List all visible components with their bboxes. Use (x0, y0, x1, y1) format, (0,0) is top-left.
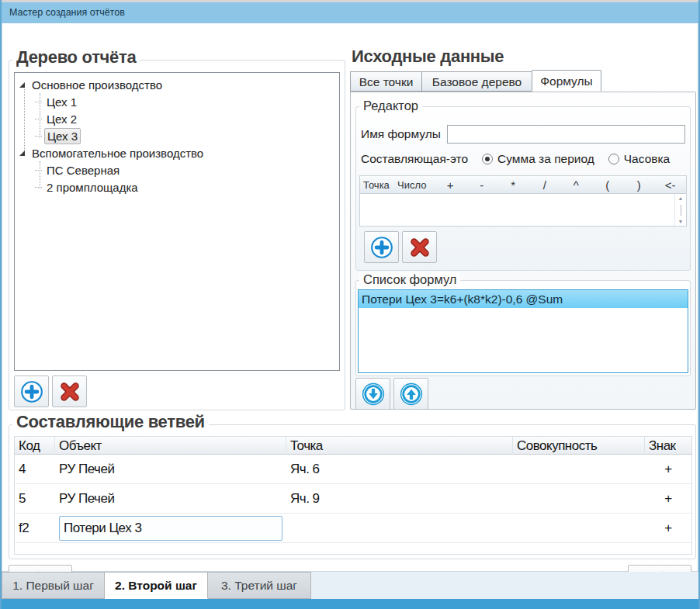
grid-col-plus[interactable]: + (435, 178, 466, 192)
cell-sign: + (645, 462, 691, 477)
table-header-row: Код Объект Точка Совокупность Знак (15, 437, 691, 455)
scroll-down-icon[interactable]: ▼ (678, 219, 684, 224)
col-header-aggregate[interactable]: Совокупность (513, 437, 645, 455)
bottom-bar (2, 599, 698, 609)
report-tree-panel: Дерево отчёта Основное производство Цех … (9, 60, 345, 410)
col-header-object[interactable]: Объект (55, 437, 286, 455)
branch-components-table: Код Объект Точка Совокупность Знак 4 РУ … (14, 436, 692, 555)
source-data-tabs: Все точки Базовое дерево Формулы (350, 70, 601, 92)
formula-list-item[interactable]: Потери Цех 3=k6+(k8*k2)-0,6 @Sum (359, 290, 688, 308)
radio-hourly-label: Часовка (624, 152, 670, 166)
radio-selected-icon (482, 154, 493, 164)
grid-scrollbar[interactable]: ▲ ▼ (674, 194, 686, 226)
radio-sum-period-label: Сумма за период (497, 152, 594, 166)
tab-formulas[interactable]: Формулы (532, 70, 601, 92)
window-title: Мастер создания отчётов (9, 7, 125, 18)
col-header-point[interactable]: Точка (286, 437, 513, 455)
table-row[interactable]: 4 РУ Печей Яч. 6 + (15, 455, 691, 484)
step-tab-3[interactable]: 3. Третий шаг (208, 572, 311, 599)
col-header-sign[interactable]: Знак (645, 437, 691, 455)
grid-col-close-paren[interactable]: ) (623, 178, 655, 192)
formula-list-title: Список формул (359, 272, 460, 287)
cell-code: 5 (15, 491, 55, 507)
tree-item-main-production[interactable]: Основное производство (15, 76, 339, 93)
tree-item-shop2[interactable]: Цех 2 (15, 110, 339, 127)
source-data-title: Исходные данные (352, 47, 504, 67)
cell-sign: + (645, 521, 691, 536)
branch-components-title: Составляющие ветвей (12, 412, 209, 432)
cell-point: Яч. 9 (286, 491, 513, 507)
radio-hourly[interactable]: Часовка (608, 152, 670, 166)
formula-name-label: Имя формулы (361, 127, 441, 141)
grid-col-point[interactable]: Точка (360, 179, 394, 191)
report-tree-title: Дерево отчёта (12, 47, 140, 67)
col-header-code[interactable]: Код (15, 437, 55, 455)
cell-object: РУ Печей (55, 462, 286, 477)
step-tab-1[interactable]: 1. Первый шаг (2, 572, 105, 599)
tree-delete-button[interactable] (52, 375, 87, 407)
radio-sum-period[interactable]: Сумма за период (482, 152, 594, 166)
cell-object-editor[interactable]: Потери Цех 3 (59, 516, 282, 541)
tree-item-promploshchadka[interactable]: 2 промплощадка (15, 178, 339, 196)
tree-item-ps-severnaya[interactable]: ПС Северная (15, 161, 339, 178)
move-down-button[interactable] (355, 378, 390, 410)
content-area: Дерево отчёта Основное производство Цех … (2, 23, 698, 572)
titlebar[interactable]: Мастер создания отчётов (2, 2, 698, 23)
editor-group-title: Редактор (359, 99, 422, 113)
radio-unselected-icon (608, 154, 619, 164)
grid-col-backspace[interactable]: <- (655, 178, 687, 192)
tree-item-shop1[interactable]: Цех 1 (15, 93, 339, 110)
component-type-label: Составляющая-это (361, 152, 468, 166)
tree-item-aux-production[interactable]: Вспомогательное производство (15, 144, 339, 161)
formula-name-input[interactable] (447, 125, 685, 144)
circle-arrow-up-icon (400, 382, 423, 406)
wizard-step-tabs: 1. Первый шаг 2. Второй шаг 3. Третий ша… (2, 572, 698, 599)
cell-code: f2 (15, 521, 55, 536)
expander-icon[interactable] (19, 151, 25, 156)
term-delete-button[interactable] (402, 231, 437, 263)
formula-list[interactable]: Потери Цех 3=k6+(k8*k2)-0,6 @Sum (358, 289, 688, 373)
formula-term-grid[interactable]: ▲ ▼ (359, 194, 687, 227)
grid-col-multiply[interactable]: * (497, 178, 529, 192)
delete-x-icon (57, 379, 82, 404)
term-add-button[interactable] (364, 231, 399, 263)
table-row[interactable]: 5 РУ Печей Яч. 9 + (15, 484, 691, 514)
tab-base-tree[interactable]: Базовое дерево (421, 71, 532, 92)
branch-components-panel: Составляющие ветвей Код Объект Точка Сов… (9, 424, 696, 559)
grid-col-number[interactable]: Число (394, 179, 435, 191)
cell-point: Яч. 6 (286, 462, 513, 477)
plus-circle-icon (369, 235, 394, 260)
tree-item-shop3-selected[interactable]: Цех 3 (15, 127, 339, 144)
formula-grid-header: Точка Число + - * / ^ ( ) <- (359, 175, 687, 194)
scroll-up-icon[interactable]: ▲ (678, 196, 684, 201)
plus-circle-icon (19, 379, 44, 404)
scroll-track (681, 205, 681, 216)
wizard-window: Мастер создания отчётов Дерево отчёта Ос… (0, 0, 700, 609)
delete-x-icon (407, 235, 432, 260)
step-tab-2[interactable]: 2. Второй шаг (105, 572, 208, 599)
grid-col-power[interactable]: ^ (560, 178, 592, 192)
expander-icon[interactable] (19, 82, 25, 88)
grid-col-divide[interactable]: / (529, 178, 561, 192)
report-tree[interactable]: Основное производство Цех 1 Цех 2 Цех 3 … (14, 72, 340, 371)
cell-sign: + (645, 491, 691, 507)
cell-object: РУ Печей (55, 491, 286, 507)
tab-all-points[interactable]: Все точки (350, 71, 421, 92)
formula-editor-group: Редактор Имя формулы Составляющая-это Су… (355, 106, 691, 271)
grid-col-minus[interactable]: - (466, 178, 498, 192)
move-up-button[interactable] (393, 378, 428, 410)
formulas-tab-panel: Редактор Имя формулы Составляющая-это Су… (350, 92, 696, 410)
tree-add-button[interactable] (14, 375, 49, 407)
grid-col-open-paren[interactable]: ( (592, 178, 624, 192)
circle-arrow-down-icon (362, 382, 385, 406)
formula-list-group: Список формул Потери Цех 3=k6+(k8*k2)-0,… (355, 280, 691, 376)
table-row-editing[interactable]: f2 Потери Цех 3 + (15, 514, 691, 543)
cell-code: 4 (15, 462, 55, 477)
